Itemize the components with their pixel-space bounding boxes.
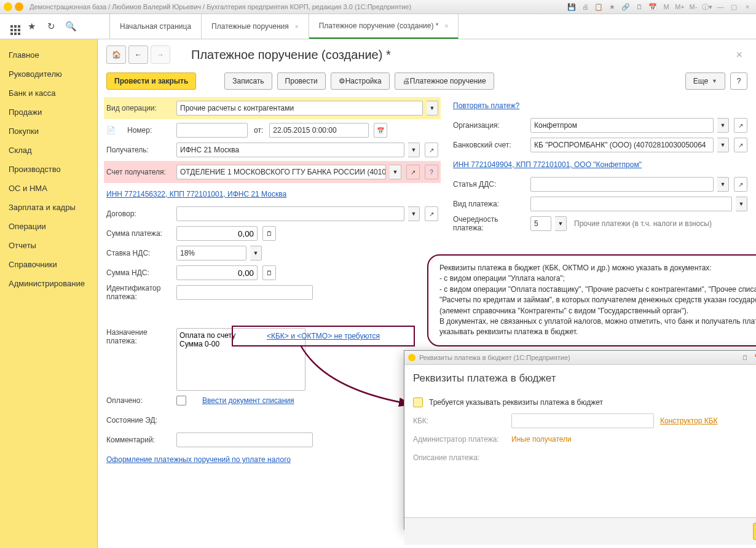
- help-button[interactable]: ?: [730, 72, 747, 90]
- dropdown-icon[interactable]: ▼: [555, 216, 567, 231]
- minimize-icon[interactable]: —: [715, 2, 725, 11]
- tab-payment-orders[interactable]: Платежные поручения×: [202, 14, 309, 39]
- contract-input[interactable]: [176, 206, 404, 221]
- back-button[interactable]: ←: [128, 45, 148, 64]
- recipient-info-link[interactable]: ИНН 7721456322, КПП 772101001, ИФНС 21 М…: [106, 190, 286, 198]
- kbk-oktmo-link[interactable]: <КБК> и <ОКТМО> не требуются: [267, 332, 380, 340]
- date-input[interactable]: 22.05.2015 0:00:00: [269, 123, 369, 138]
- sidebar-item-catalogs[interactable]: Справочники: [0, 255, 97, 274]
- close-form-icon[interactable]: ×: [731, 49, 747, 61]
- sidebar-item-manager[interactable]: Руководителю: [0, 65, 97, 84]
- tab-payment-order-create[interactable]: Платежное поручение (создание) *×: [309, 14, 459, 39]
- settings-button[interactable]: ⚙ Настройка: [331, 72, 390, 90]
- recipient-acc-input[interactable]: ОТДЕЛЕНИЕ 1 МОСКОВСКОГО ГТУ БАНКА РОССИИ…: [176, 165, 386, 179]
- sidebar-item-salary[interactable]: Зарплата и кадры: [0, 198, 97, 217]
- label-ed-status: Состояние ЭД:: [106, 416, 173, 425]
- callout-line: - с видом операции "Оплата поставщику", …: [439, 284, 756, 316]
- home-button[interactable]: 🏠: [106, 45, 126, 64]
- op-type-select[interactable]: Прочие расчеты с контрагентами: [176, 101, 423, 115]
- m-plus-icon[interactable]: M+: [675, 2, 685, 11]
- sidebar-item-production[interactable]: Производство: [0, 160, 97, 179]
- more-button[interactable]: Еще▼: [685, 72, 725, 90]
- row-identifier: Идентификатор платежа:: [106, 283, 438, 302]
- calendar-icon[interactable]: 📅: [754, 353, 756, 362]
- dropdown-icon[interactable]: ▼: [717, 138, 729, 152]
- calc-button[interactable]: 🗒: [262, 226, 276, 241]
- priority-input[interactable]: 5: [530, 216, 551, 231]
- sidebar-item-main[interactable]: Главное: [0, 45, 97, 65]
- vat-rate-select[interactable]: 18%: [176, 246, 246, 260]
- budget-required-checkbox[interactable]: [413, 397, 423, 407]
- repeat-payment-link[interactable]: Повторять платеж?: [453, 101, 519, 110]
- ok-button[interactable]: OK: [753, 523, 756, 540]
- pay-type-input[interactable]: [530, 197, 732, 211]
- calc-icon[interactable]: 🗒: [634, 2, 644, 11]
- dropdown-icon[interactable]: ▼: [717, 177, 729, 192]
- sidebar-item-sales[interactable]: Продажи: [0, 103, 97, 122]
- bank-acc-input[interactable]: КБ "РОСПРОМБАНК" (ООО) (4070281003005006…: [530, 138, 714, 152]
- dropdown-icon[interactable]: ▼: [250, 246, 262, 260]
- sidebar-item-reports[interactable]: Отчеты: [0, 236, 97, 255]
- favorite-icon[interactable]: ★: [26, 21, 37, 32]
- tax-orders-link[interactable]: Оформление платежных поручений по уплате…: [106, 455, 291, 464]
- sidebar-item-admin[interactable]: Администрирование: [0, 274, 97, 293]
- sidebar-item-assets[interactable]: ОС и НМА: [0, 179, 97, 198]
- print-payment-button[interactable]: 🖨 Платежное поручение: [395, 72, 494, 90]
- m-minus-icon[interactable]: M-: [688, 2, 698, 11]
- calendar-button[interactable]: 📅: [374, 123, 387, 138]
- kbk-input[interactable]: [511, 413, 654, 428]
- history-icon[interactable]: ↻: [45, 21, 57, 32]
- clipboard-icon[interactable]: 📋: [594, 2, 604, 11]
- forward-button[interactable]: →: [151, 45, 170, 64]
- save-icon[interactable]: 💾: [567, 2, 577, 11]
- calc-button[interactable]: 🗒: [262, 265, 276, 280]
- dropdown-icon[interactable]: ▼: [408, 143, 420, 157]
- dropdown-icon[interactable]: ▼: [736, 197, 747, 211]
- org-info-link[interactable]: ИНН 7721049904, КПП 772101001, ООО "Конф…: [453, 160, 642, 169]
- sidebar-item-operations[interactable]: Операции: [0, 217, 97, 236]
- post-button[interactable]: Провести: [277, 72, 326, 90]
- close-icon[interactable]: ×: [742, 2, 752, 11]
- link-icon[interactable]: 🔗: [621, 2, 631, 11]
- sidebar-item-warehouse[interactable]: Склад: [0, 141, 97, 160]
- sidebar-item-purchases[interactable]: Покупки: [0, 122, 97, 141]
- close-tab-icon[interactable]: ×: [295, 23, 299, 30]
- amount-input[interactable]: [176, 226, 258, 241]
- dropdown-icon[interactable]: ▼: [427, 101, 438, 115]
- search-icon[interactable]: 🔍: [65, 21, 76, 32]
- close-tab-icon[interactable]: ×: [445, 23, 449, 29]
- open-button[interactable]: ↗: [734, 118, 747, 133]
- comment-input[interactable]: [176, 433, 313, 447]
- recipient-input[interactable]: ИФНС 21 Москва: [176, 143, 404, 157]
- help-field-button[interactable]: ?: [425, 165, 438, 179]
- m-icon[interactable]: M: [661, 2, 671, 11]
- apps-icon[interactable]: [6, 21, 17, 32]
- open-button[interactable]: ↗: [425, 206, 438, 221]
- star-icon[interactable]: ★: [607, 2, 617, 11]
- calendar-icon[interactable]: 📅: [648, 2, 658, 11]
- open-button[interactable]: ↗: [406, 165, 420, 179]
- kbk-constructor-link[interactable]: Конструктор КБК: [660, 417, 718, 425]
- dropdown-icon[interactable]: ▼: [717, 118, 729, 133]
- number-input[interactable]: [176, 123, 248, 138]
- row-repeat-link: Повторять платеж?: [453, 96, 747, 115]
- dds-input[interactable]: [530, 177, 714, 192]
- open-button[interactable]: ↗: [425, 143, 438, 157]
- write-button[interactable]: Записать: [224, 72, 272, 90]
- tab-home[interactable]: Начальная страница: [110, 14, 202, 39]
- open-button[interactable]: ↗: [734, 177, 747, 192]
- calc-icon[interactable]: 🗒: [740, 353, 750, 362]
- maximize-icon[interactable]: ▢: [729, 2, 739, 11]
- dropdown-icon[interactable]: ▼: [390, 165, 401, 179]
- vat-sum-input[interactable]: [176, 265, 258, 280]
- paid-checkbox[interactable]: [176, 396, 186, 405]
- info-icon[interactable]: ⓘ▾: [702, 2, 712, 11]
- sidebar-item-bank[interactable]: Банк и касса: [0, 84, 97, 103]
- writeoff-link[interactable]: Ввести документ списания: [202, 396, 294, 405]
- print-icon[interactable]: 🖨: [580, 2, 590, 11]
- identifier-input[interactable]: [176, 285, 313, 300]
- open-button[interactable]: ↗: [734, 138, 747, 152]
- org-input[interactable]: Конфетпром: [530, 118, 714, 133]
- post-and-close-button[interactable]: Провести и закрыть: [106, 72, 196, 90]
- dropdown-icon[interactable]: ▼: [408, 206, 420, 221]
